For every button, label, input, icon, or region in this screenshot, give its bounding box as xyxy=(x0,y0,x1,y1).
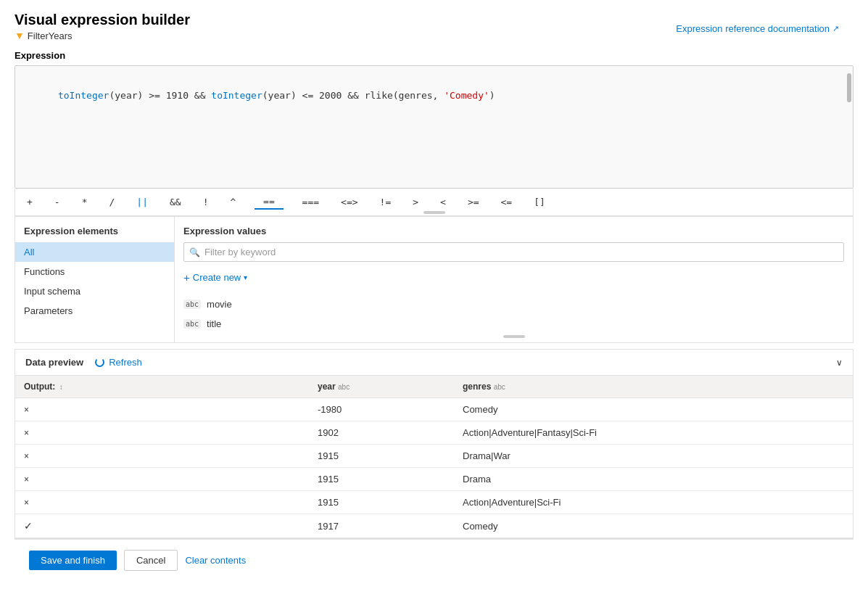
x-icon: × xyxy=(24,451,29,461)
table-row: × 1915 Action|Adventure|Sci-Fi xyxy=(15,491,853,514)
x-icon: × xyxy=(24,498,29,508)
op-lt[interactable]: < xyxy=(437,195,449,209)
create-new-button[interactable]: + Create new ▾ xyxy=(183,269,844,286)
year-label: year xyxy=(318,382,336,392)
elements-title: Expression elements xyxy=(15,226,174,242)
values-scrollbar-h[interactable] xyxy=(503,335,525,338)
op-neq[interactable]: != xyxy=(377,195,394,209)
table-row: × 1902 Action|Adventure|Fantasy|Sci-Fi xyxy=(15,421,853,445)
op-or[interactable]: || xyxy=(133,195,151,209)
row4-year: 1915 xyxy=(309,468,454,491)
op-strict-eq[interactable]: === xyxy=(299,195,322,209)
create-new-label: Create new xyxy=(193,272,241,283)
op-bracket[interactable]: [] xyxy=(531,195,548,209)
x-icon: × xyxy=(24,405,29,415)
elem-functions[interactable]: Functions xyxy=(15,262,174,281)
table-row: × 1915 Drama|War xyxy=(15,445,853,468)
value-title[interactable]: abc title xyxy=(183,314,844,334)
footer-bar: Save and finish Cancel Clear contents xyxy=(15,539,853,581)
filter-input-wrap: 🔍 xyxy=(183,242,844,262)
row3-genres: Drama|War xyxy=(454,445,853,468)
row6-genres: Comedy xyxy=(454,514,853,538)
value-title-label: title xyxy=(207,318,221,329)
page-container: Visual expression builder ▼ FilterYears … xyxy=(0,0,868,610)
type-badge-title: abc xyxy=(183,319,201,329)
op-multiply[interactable]: * xyxy=(79,195,91,209)
cancel-button[interactable]: Cancel xyxy=(124,550,178,571)
collapse-icon[interactable]: ∨ xyxy=(836,358,843,368)
row5-year: 1915 xyxy=(309,491,454,514)
search-icon: 🔍 xyxy=(189,247,200,257)
expr-part-2: (year) <= 2000 && rlike(genres, xyxy=(263,90,444,101)
op-lte[interactable]: <= xyxy=(498,195,516,209)
op-and[interactable]: && xyxy=(167,195,184,209)
op-gte[interactable]: >= xyxy=(465,195,482,209)
data-preview-header: Data preview Refresh ∨ xyxy=(15,350,853,376)
col-header-year: year abc xyxy=(309,376,454,398)
op-minus[interactable]: - xyxy=(51,195,63,209)
output-label: Output: xyxy=(24,382,55,392)
row2-year: 1902 xyxy=(309,421,454,445)
row5-output: × xyxy=(15,491,309,514)
operators-bar: + - * / || && ! ^ == === <=> != > < >= <… xyxy=(15,189,853,216)
row6-year: 1917 xyxy=(309,514,454,538)
save-button[interactable]: Save and finish xyxy=(29,551,117,570)
row3-year: 1915 xyxy=(309,445,454,468)
middle-panel: Expression elements All Functions Input … xyxy=(15,216,853,343)
op-eq[interactable]: == xyxy=(255,194,283,210)
row4-genres: Drama xyxy=(454,468,853,491)
row6-output: ✓ xyxy=(15,514,309,538)
op-plus[interactable]: + xyxy=(24,195,36,209)
x-icon: × xyxy=(24,428,29,438)
table-row: ✓ 1917 Comedy xyxy=(15,514,853,538)
elem-all[interactable]: All xyxy=(15,242,174,262)
top-bar: Visual expression builder ▼ FilterYears … xyxy=(15,12,853,50)
row5-genres: Action|Adventure|Sci-Fi xyxy=(454,491,853,514)
expression-values-panel: Expression values 🔍 + Create new ▾ abc m… xyxy=(175,217,853,342)
row1-genres: Comedy xyxy=(454,398,853,421)
value-movie[interactable]: abc movie xyxy=(183,294,844,314)
op-gt[interactable]: > xyxy=(410,195,421,209)
expression-code: toInteger(year) >= 1910 && toInteger(yea… xyxy=(24,73,844,118)
value-movie-label: movie xyxy=(207,299,232,310)
operators-scrollbar[interactable] xyxy=(423,211,445,214)
year-type: abc xyxy=(338,383,350,391)
row1-output: × xyxy=(15,398,309,421)
create-new-chevron: ▾ xyxy=(244,273,247,281)
filter-name: FilterYears xyxy=(28,30,73,41)
doc-link[interactable]: Expression reference documentation ↗ xyxy=(676,23,839,34)
expr-part-1: (year) >= 1910 && xyxy=(109,90,211,101)
elem-parameters[interactable]: Parameters xyxy=(15,301,174,321)
clear-button[interactable]: Clear contents xyxy=(185,551,246,570)
expression-editor[interactable]: toInteger(year) >= 1910 && toInteger(yea… xyxy=(15,65,853,189)
table-row: × 1915 Drama xyxy=(15,468,853,491)
scrollbar-thumb[interactable] xyxy=(847,73,851,102)
op-caret[interactable]: ^ xyxy=(227,195,239,209)
values-title: Expression values xyxy=(183,226,844,236)
refresh-button[interactable]: Refresh xyxy=(95,357,142,368)
title-area: Visual expression builder ▼ FilterYears xyxy=(15,12,190,50)
row2-output: × xyxy=(15,421,309,445)
col-header-genres: genres abc xyxy=(454,376,853,398)
data-table: Output: ↕ year abc genres abc × xyxy=(15,376,853,538)
expr-tointeger-2: toInteger xyxy=(211,90,262,101)
refresh-icon xyxy=(95,358,104,367)
values-filter-input[interactable] xyxy=(183,242,844,262)
check-icon: ✓ xyxy=(24,520,33,532)
elem-input-schema[interactable]: Input schema xyxy=(15,281,174,301)
op-spaceship[interactable]: <=> xyxy=(338,195,360,209)
row3-output: × xyxy=(15,445,309,468)
x-icon: × xyxy=(24,474,29,485)
op-not[interactable]: ! xyxy=(200,195,212,209)
expr-part-3: ) xyxy=(489,90,495,101)
genres-label: genres xyxy=(463,382,491,392)
row2-genres: Action|Adventure|Fantasy|Sci-Fi xyxy=(454,421,853,445)
refresh-label: Refresh xyxy=(109,357,142,368)
expr-comedy: 'Comedy' xyxy=(444,90,489,101)
page-title: Visual expression builder xyxy=(15,12,190,28)
row1-year: -1980 xyxy=(309,398,454,421)
data-preview-section: Data preview Refresh ∨ Output: ↕ year a xyxy=(15,349,853,539)
external-link-icon: ↗ xyxy=(832,24,839,33)
op-divide[interactable]: / xyxy=(106,195,117,209)
filter-badge: ▼ FilterYears xyxy=(15,30,190,41)
